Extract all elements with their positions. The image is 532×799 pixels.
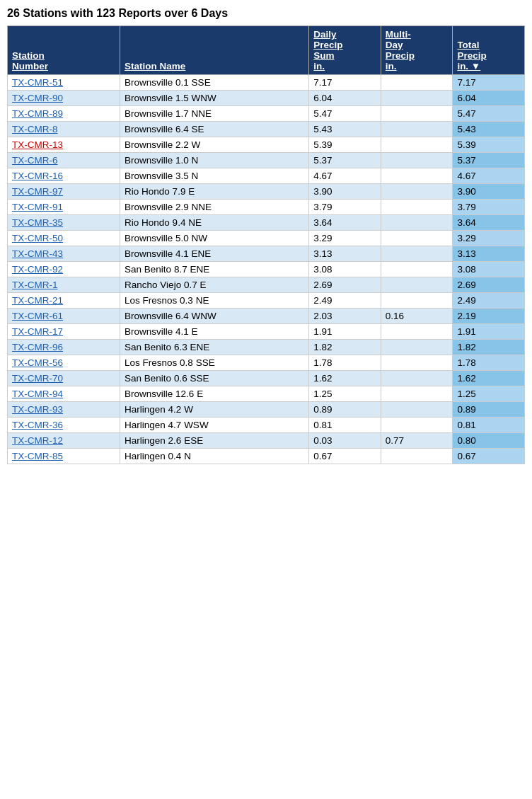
total-precip: 5.37 bbox=[453, 153, 525, 168]
station-id-link[interactable]: TX-CMR-36 bbox=[12, 420, 63, 430]
total-precip: 3.08 bbox=[453, 262, 525, 277]
station-name: Rio Hondo 9.4 NE bbox=[120, 215, 309, 231]
table-row: TX-CMR-35Rio Hondo 9.4 NE3.643.64 bbox=[8, 215, 525, 231]
station-id-link[interactable]: TX-CMR-97 bbox=[12, 186, 63, 197]
station-id-link[interactable]: TX-CMR-61 bbox=[12, 311, 63, 321]
table-row: TX-CMR-94Brownsville 12.6 E1.251.25 bbox=[8, 386, 525, 402]
col-header-daily-precip[interactable]: DailyPrecipSumin. bbox=[309, 26, 381, 75]
table-header-row: StationNumber Station Name DailyPrecipSu… bbox=[8, 26, 525, 75]
table-row: TX-CMR-70San Benito 0.6 SSE1.621.62 bbox=[8, 371, 525, 386]
station-name: San Benito 8.7 ENE bbox=[120, 262, 309, 277]
station-id-link[interactable]: TX-CMR-94 bbox=[12, 389, 63, 399]
multiday-precip bbox=[381, 340, 453, 355]
daily-precip: 2.69 bbox=[309, 277, 381, 293]
station-name: Brownsville 6.4 SE bbox=[120, 122, 309, 137]
total-precip: 6.04 bbox=[453, 91, 525, 106]
daily-precip: 1.78 bbox=[309, 355, 381, 371]
multiday-precip: 0.16 bbox=[381, 309, 453, 324]
daily-precip: 3.08 bbox=[309, 262, 381, 277]
table-row: TX-CMR-93Harlingen 4.2 W0.890.89 bbox=[8, 402, 525, 418]
multiday-precip bbox=[381, 277, 453, 293]
table-row: TX-CMR-43Brownsville 4.1 ENE3.133.13 bbox=[8, 246, 525, 262]
station-id-link[interactable]: TX-CMR-8 bbox=[12, 124, 58, 134]
station-name: Brownsville 0.1 SSE bbox=[120, 75, 309, 91]
station-id-link[interactable]: TX-CMR-92 bbox=[12, 264, 63, 275]
table-row: TX-CMR-16Brownsville 3.5 N4.674.67 bbox=[8, 168, 525, 184]
multiday-precip bbox=[381, 137, 453, 153]
station-id-link[interactable]: TX-CMR-93 bbox=[12, 404, 63, 415]
table-row: TX-CMR-85Harlingen 0.4 N0.670.67 bbox=[8, 449, 525, 464]
table-row: TX-CMR-13Brownsville 2.2 W5.395.39 bbox=[8, 137, 525, 153]
station-name: San Benito 6.3 ENE bbox=[120, 340, 309, 355]
station-id-link[interactable]: TX-CMR-43 bbox=[12, 248, 63, 259]
total-precip: 4.67 bbox=[453, 168, 525, 184]
total-precip: 3.90 bbox=[453, 184, 525, 200]
station-id-link[interactable]: TX-CMR-17 bbox=[12, 326, 63, 337]
station-id-link[interactable]: TX-CMR-70 bbox=[12, 373, 63, 384]
page-title: 26 Stations with 123 Reports over 6 Days bbox=[7, 7, 525, 20]
station-id-link[interactable]: TX-CMR-96 bbox=[12, 342, 63, 352]
multiday-precip bbox=[381, 449, 453, 464]
station-name: Rancho Viejo 0.7 E bbox=[120, 277, 309, 293]
station-id-link[interactable]: TX-CMR-56 bbox=[12, 357, 63, 368]
multiday-precip bbox=[381, 262, 453, 277]
table-row: TX-CMR-12Harlingen 2.6 ESE0.030.770.80 bbox=[8, 433, 525, 449]
table-row: TX-CMR-21Los Fresnos 0.3 NE2.492.49 bbox=[8, 293, 525, 309]
total-precip: 1.91 bbox=[453, 324, 525, 340]
daily-precip: 1.62 bbox=[309, 371, 381, 386]
daily-precip: 7.17 bbox=[309, 75, 381, 91]
station-name: Brownsville 4.1 E bbox=[120, 324, 309, 340]
col-header-total-precip[interactable]: TotalPrecipin. ▼ bbox=[453, 26, 525, 75]
daily-precip: 1.82 bbox=[309, 340, 381, 355]
daily-precip: 4.67 bbox=[309, 168, 381, 184]
multiday-precip bbox=[381, 122, 453, 137]
station-name: Brownsville 1.0 N bbox=[120, 153, 309, 168]
total-precip: 0.81 bbox=[453, 418, 525, 433]
table-row: TX-CMR-1Rancho Viejo 0.7 E2.692.69 bbox=[8, 277, 525, 293]
station-id-link[interactable]: TX-CMR-85 bbox=[12, 451, 63, 461]
station-id-link[interactable]: TX-CMR-90 bbox=[12, 93, 63, 103]
table-row: TX-CMR-91Brownsville 2.9 NNE3.793.79 bbox=[8, 200, 525, 215]
total-precip: 0.67 bbox=[453, 449, 525, 464]
daily-precip: 3.79 bbox=[309, 200, 381, 215]
total-precip: 1.78 bbox=[453, 355, 525, 371]
station-id-link[interactable]: TX-CMR-21 bbox=[12, 295, 63, 306]
daily-precip: 3.90 bbox=[309, 184, 381, 200]
col-header-station-number[interactable]: StationNumber bbox=[8, 26, 120, 75]
multiday-precip bbox=[381, 402, 453, 418]
station-name: Harlingen 4.2 W bbox=[120, 402, 309, 418]
daily-precip: 3.64 bbox=[309, 215, 381, 231]
station-id-link[interactable]: TX-CMR-50 bbox=[12, 233, 63, 243]
daily-precip: 1.91 bbox=[309, 324, 381, 340]
daily-precip: 0.81 bbox=[309, 418, 381, 433]
table-row: TX-CMR-92San Benito 8.7 ENE3.083.08 bbox=[8, 262, 525, 277]
station-name: Brownsville 5.0 NW bbox=[120, 231, 309, 246]
station-name: Brownsville 3.5 N bbox=[120, 168, 309, 184]
multiday-precip bbox=[381, 106, 453, 122]
total-precip: 1.25 bbox=[453, 386, 525, 402]
station-id-link[interactable]: TX-CMR-6 bbox=[12, 155, 58, 166]
station-id-link[interactable]: TX-CMR-89 bbox=[12, 108, 63, 119]
station-id-link[interactable]: TX-CMR-13 bbox=[12, 139, 63, 150]
station-id-link[interactable]: TX-CMR-16 bbox=[12, 171, 63, 181]
station-id-link[interactable]: TX-CMR-12 bbox=[12, 435, 63, 446]
station-name: Brownsville 1.7 NNE bbox=[120, 106, 309, 122]
total-precip: 3.64 bbox=[453, 215, 525, 231]
multiday-precip: 0.77 bbox=[381, 433, 453, 449]
multiday-precip bbox=[381, 215, 453, 231]
daily-precip: 5.39 bbox=[309, 137, 381, 153]
table-row: TX-CMR-89Brownsville 1.7 NNE5.475.47 bbox=[8, 106, 525, 122]
daily-precip: 0.67 bbox=[309, 449, 381, 464]
station-id-link[interactable]: TX-CMR-1 bbox=[12, 280, 58, 290]
col-header-multiday-precip[interactable]: Multi-DayPrecipin. bbox=[381, 26, 453, 75]
multiday-precip bbox=[381, 293, 453, 309]
daily-precip: 5.47 bbox=[309, 106, 381, 122]
col-header-station-name[interactable]: Station Name bbox=[120, 26, 309, 75]
station-name: Brownsville 6.4 WNW bbox=[120, 309, 309, 324]
station-name: Los Fresnos 0.3 NE bbox=[120, 293, 309, 309]
total-precip: 3.13 bbox=[453, 246, 525, 262]
station-id-link[interactable]: TX-CMR-51 bbox=[12, 77, 63, 88]
station-id-link[interactable]: TX-CMR-91 bbox=[12, 202, 63, 212]
station-id-link[interactable]: TX-CMR-35 bbox=[12, 217, 63, 228]
table-row: TX-CMR-61Brownsville 6.4 WNW2.030.162.19 bbox=[8, 309, 525, 324]
